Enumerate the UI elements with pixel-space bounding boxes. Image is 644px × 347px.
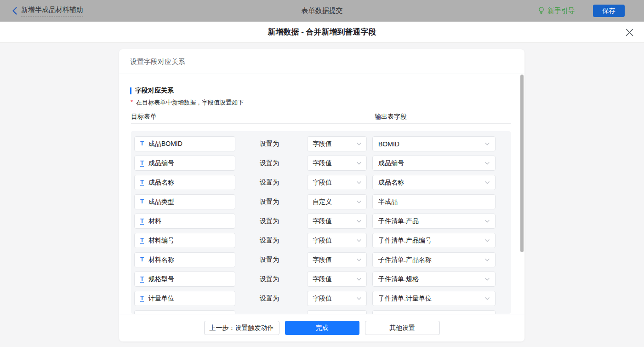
set-as-label: 设置为	[260, 272, 282, 287]
target-field-input[interactable]: T计量单位	[134, 291, 235, 306]
output-field-select[interactable]: 成品编号	[372, 156, 496, 171]
text-field-icon: T	[140, 237, 144, 244]
modal-titlebar: 新增数据 - 合并新增到普通字段	[0, 22, 644, 43]
output-field-select[interactable]: 子件清单.产品编号	[372, 233, 496, 248]
output-field-label: 子件清单.产品名称	[378, 256, 482, 264]
chevron-down-icon	[485, 220, 490, 223]
chevron-down-icon	[357, 259, 361, 261]
output-field-label: 子件清单.产品	[378, 217, 482, 226]
other-settings-button[interactable]: 其他设置	[365, 321, 440, 335]
field-mapping-card: 设置字段对应关系 字段对应关系 * 在目标表单中新增数据，字段值设置如下 目标表…	[119, 49, 524, 341]
target-field-label: 材料名称	[148, 256, 229, 264]
card-header-title: 设置字段对应关系	[119, 49, 524, 74]
value-mode-label: 字段值	[313, 295, 354, 303]
chevron-down-icon	[357, 201, 361, 203]
value-mode-label: 字段值	[313, 237, 354, 245]
output-field-select[interactable]: 子件清单.规格	[372, 272, 496, 287]
required-marker: *	[131, 98, 133, 106]
value-mode-select[interactable]: 字段值	[307, 175, 367, 190]
value-mode-select[interactable]: 字段值	[307, 156, 367, 171]
value-mode-select[interactable]: 字段值	[307, 252, 367, 267]
output-field-label: 子件清单.规格	[378, 275, 482, 283]
instruction-note: * 在目标表单中新增数据，字段值设置如下	[131, 98, 244, 107]
target-field-input[interactable]: T材料名称	[134, 252, 235, 267]
output-field-label: 成品名称	[378, 179, 482, 187]
field-mapping-rows-panel: T成品BOMID设置为字段值BOMIDT成品编号设置为字段值成品编号T成品名称设…	[131, 131, 511, 314]
output-field-label: 成品编号	[378, 159, 482, 168]
target-field-label: 材料	[148, 217, 229, 226]
value-mode-select[interactable]	[307, 310, 367, 314]
previous-step-button[interactable]: 上一步：设置触发动作	[204, 321, 279, 335]
target-field-input[interactable]: T成品类型	[134, 194, 235, 209]
output-field-select[interactable]: BOMID	[372, 136, 496, 151]
value-mode-select[interactable]: 字段值	[307, 233, 367, 248]
chevron-down-icon	[485, 162, 490, 165]
chevron-down-icon	[357, 143, 361, 145]
field-mapping-row: T规格型号设置为字段值子件清单.规格	[131, 272, 511, 287]
value-mode-select[interactable]: 字段值	[307, 214, 367, 229]
output-value-input[interactable]: 半成品	[372, 194, 496, 209]
field-mapping-row: T材料设置为字段值子件清单.产品	[131, 214, 511, 229]
scrollbar-thumb[interactable]	[520, 75, 524, 252]
output-field-select[interactable]: 子件清单.计量单位	[372, 291, 496, 306]
finish-button[interactable]: 完成	[285, 321, 359, 335]
text-field-icon: T	[140, 160, 144, 167]
set-as-label: 设置为	[260, 194, 282, 209]
set-as-label: 设置为	[260, 291, 282, 306]
target-field-label: 成品类型	[148, 198, 229, 206]
column-header-output-field: 输出表字段	[375, 113, 407, 121]
text-field-icon: T	[140, 256, 144, 263]
save-button[interactable]: 保存	[593, 5, 625, 17]
output-field-select[interactable]: 子件清单.产品名称	[372, 252, 496, 267]
target-field-input[interactable]	[134, 310, 235, 314]
field-mapping-row: T成品编号设置为字段值成品编号	[131, 156, 511, 171]
value-mode-label: 自定义	[313, 198, 354, 206]
field-mapping-row: T成品类型设置为自定义半成品	[131, 194, 511, 209]
value-mode-label: 字段值	[313, 256, 354, 264]
lightbulb-icon	[538, 6, 545, 16]
chevron-down-icon	[485, 278, 490, 281]
set-as-label: 设置为	[260, 136, 282, 151]
target-field-input[interactable]: T成品编号	[134, 156, 235, 171]
output-field-label: 子件清单.产品编号	[378, 237, 482, 245]
field-mapping-row: T材料名称设置为字段值子件清单.产品名称	[131, 252, 511, 267]
chevron-down-icon	[357, 162, 361, 165]
output-field-label: 子件清单.计量单位	[378, 295, 482, 303]
output-value-input[interactable]	[372, 310, 496, 314]
value-mode-select[interactable]: 字段值	[307, 272, 367, 287]
field-mapping-row: T成品BOMID设置为字段值BOMID	[131, 136, 511, 151]
target-field-label: 材料编号	[148, 237, 229, 245]
output-field-select[interactable]: 子件清单.产品	[372, 214, 496, 229]
target-field-input[interactable]: T成品名称	[134, 175, 235, 190]
value-mode-select[interactable]: 字段值	[307, 136, 367, 151]
value-mode-label: 字段值	[313, 179, 354, 187]
output-field-select[interactable]: 成品名称	[372, 175, 496, 190]
output-field-label: 半成品	[378, 198, 490, 206]
value-mode-select[interactable]: 字段值	[307, 291, 367, 306]
target-field-input[interactable]: T成品BOMID	[134, 136, 235, 151]
text-field-icon: T	[140, 179, 144, 186]
chevron-down-icon	[485, 239, 490, 242]
chevron-down-icon	[357, 297, 361, 300]
output-field-label: BOMID	[378, 140, 482, 148]
target-field-label: 成品编号	[148, 159, 229, 168]
chevron-down-icon	[485, 259, 490, 261]
column-header-target-form: 目标表单	[131, 113, 157, 121]
value-mode-label: 字段值	[313, 275, 354, 283]
set-as-label: 设置为	[260, 252, 282, 267]
modal-title: 新增数据 - 合并新增到普通字段	[268, 27, 376, 37]
footer-actions: 上一步：设置触发动作 完成 其他设置	[119, 321, 524, 335]
target-field-input[interactable]: T材料编号	[134, 233, 235, 248]
target-field-input[interactable]: T规格型号	[134, 272, 235, 287]
value-mode-select[interactable]: 自定义	[307, 194, 367, 209]
header-divider	[131, 123, 511, 124]
chevron-down-icon	[485, 143, 490, 145]
novice-guide-button[interactable]: 新手引导	[538, 0, 575, 22]
target-field-input[interactable]: T材料	[134, 214, 235, 229]
close-icon[interactable]	[625, 28, 634, 37]
set-as-label: 设置为	[260, 214, 282, 229]
field-mapping-row: T成品名称设置为字段值成品名称	[131, 175, 511, 190]
footer-divider	[119, 314, 524, 314]
novice-guide-label: 新手引导	[547, 6, 575, 15]
section-accent-bar	[130, 87, 131, 94]
